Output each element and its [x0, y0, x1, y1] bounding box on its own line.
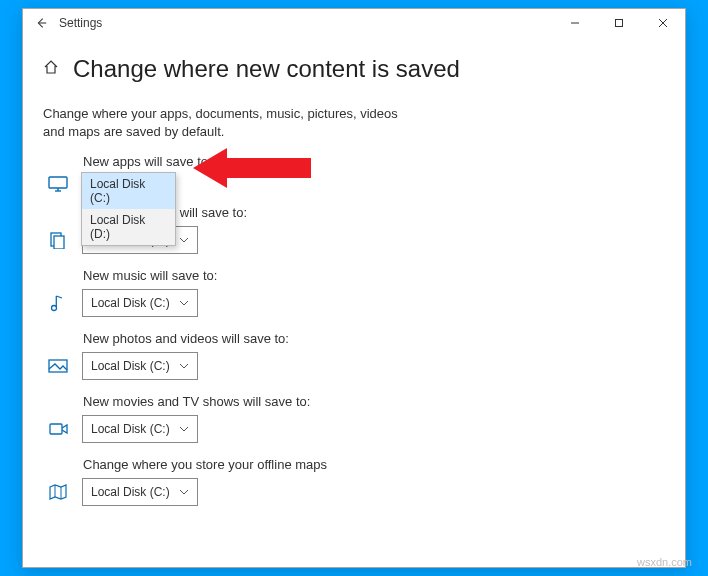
- section-music: New music will save to: Local Disk (C:): [43, 268, 665, 317]
- photos-dropdown[interactable]: Local Disk (C:): [82, 352, 198, 380]
- chevron-down-icon: [179, 300, 189, 306]
- maximize-icon: [614, 18, 624, 28]
- label-maps: Change where you store your offline maps: [83, 457, 665, 472]
- movies-icon: [46, 421, 70, 437]
- chevron-down-icon: [179, 489, 189, 495]
- back-button[interactable]: [29, 11, 53, 35]
- minimize-icon: [570, 18, 580, 28]
- content-area: Change where new content is saved Change…: [23, 37, 685, 567]
- music-value: Local Disk (C:): [91, 296, 170, 310]
- maps-dropdown[interactable]: Local Disk (C:): [82, 478, 198, 506]
- maximize-button[interactable]: [597, 9, 641, 37]
- settings-window: Settings Change where new content is sav…: [22, 8, 686, 568]
- arrow-icon: [193, 144, 313, 192]
- maps-icon: [46, 484, 70, 500]
- close-button[interactable]: [641, 9, 685, 37]
- callout-arrow: [193, 144, 313, 192]
- maps-value: Local Disk (C:): [91, 485, 170, 499]
- apps-icon: [46, 175, 70, 191]
- close-icon: [658, 18, 668, 28]
- label-photos: New photos and videos will save to:: [83, 331, 665, 346]
- section-photos: New photos and videos will save to: Loca…: [43, 331, 665, 380]
- page-description: Change where your apps, documents, music…: [43, 105, 403, 140]
- movies-value: Local Disk (C:): [91, 422, 170, 436]
- photos-icon: [46, 358, 70, 374]
- section-maps: Change where you store your offline maps…: [43, 457, 665, 506]
- minimize-button[interactable]: [553, 9, 597, 37]
- photos-value: Local Disk (C:): [91, 359, 170, 373]
- home-button[interactable]: [43, 59, 59, 79]
- arrow-left-icon: [34, 16, 48, 30]
- svg-rect-10: [54, 236, 64, 249]
- svg-rect-14: [50, 424, 62, 434]
- svg-marker-8: [193, 148, 311, 188]
- section-movies: New movies and TV shows will save to: Lo…: [43, 394, 665, 443]
- window-controls: [553, 9, 685, 37]
- svg-rect-5: [49, 177, 67, 188]
- watermark: wsxdn.com: [637, 556, 692, 568]
- apps-dropdown-open: Local Disk (C:) Local Disk (D:): [81, 172, 176, 246]
- apps-option-d[interactable]: Local Disk (D:): [82, 209, 175, 245]
- app-title: Settings: [59, 16, 102, 30]
- chevron-down-icon: [179, 363, 189, 369]
- chevron-down-icon: [179, 426, 189, 432]
- chevron-down-icon: [179, 237, 189, 243]
- documents-icon: [46, 232, 70, 248]
- titlebar: Settings: [23, 9, 685, 37]
- section-apps: New apps will save to: Local Disk (C:) L…: [43, 154, 665, 191]
- page-header: Change where new content is saved: [43, 55, 665, 83]
- svg-rect-2: [616, 20, 623, 27]
- music-dropdown[interactable]: Local Disk (C:): [82, 289, 198, 317]
- movies-dropdown[interactable]: Local Disk (C:): [82, 415, 198, 443]
- label-apps: New apps will save to:: [83, 154, 665, 169]
- page-title: Change where new content is saved: [73, 55, 460, 83]
- apps-option-c[interactable]: Local Disk (C:): [82, 173, 175, 209]
- label-movies: New movies and TV shows will save to:: [83, 394, 665, 409]
- music-icon: [46, 295, 70, 311]
- home-icon: [43, 59, 59, 75]
- label-music: New music will save to:: [83, 268, 665, 283]
